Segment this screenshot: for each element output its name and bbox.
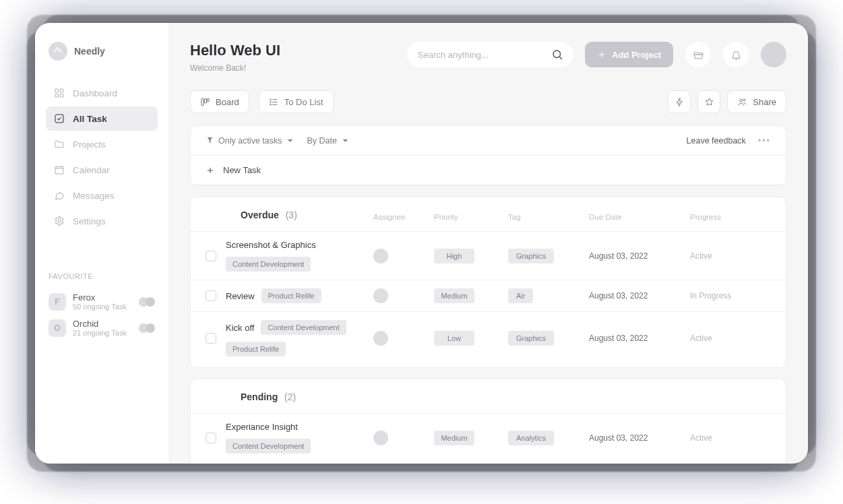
share-label: Share — [753, 97, 776, 107]
page-subtitle: Welcome Back! — [190, 63, 280, 73]
chat-icon — [54, 190, 65, 201]
favourite-badge: F — [49, 293, 66, 311]
sidebar-item-projects[interactable]: Projects — [46, 132, 158, 156]
col-due: Due Date — [589, 213, 690, 221]
due-date: August 03, 2022 — [589, 251, 690, 261]
share-button[interactable]: Share — [727, 90, 786, 113]
svg-point-15 — [743, 98, 745, 100]
checklist-icon — [54, 113, 65, 124]
assignee-avatar[interactable] — [373, 331, 388, 346]
filter-by-date[interactable]: By Date — [307, 136, 349, 146]
task-name: Kick off — [226, 323, 254, 333]
sidebar-item-calendar[interactable]: Calendar — [46, 158, 158, 182]
sidebar-item-messages[interactable]: Messages — [46, 183, 158, 208]
priority-chip: Medium — [434, 431, 474, 445]
favourite-item-orchid[interactable]: O Orchid 21 ongoing Task — [46, 315, 158, 341]
plus-icon — [597, 50, 606, 59]
due-date: August 03, 2022 — [589, 334, 690, 343]
more-menu-icon[interactable]: ••• — [758, 136, 771, 146]
user-avatar[interactable] — [761, 42, 786, 67]
view-todo-tab[interactable]: To Do List — [259, 90, 334, 113]
brand: Needly — [46, 42, 158, 61]
favourite-sub: 21 ongoing Task — [73, 329, 132, 337]
filter-by-date-label: By Date — [307, 136, 336, 146]
svg-rect-8 — [201, 98, 204, 105]
bolt-icon — [675, 97, 685, 107]
due-date: August 03, 2022 — [589, 433, 690, 443]
svg-rect-1 — [60, 89, 63, 92]
sidebar-item-settings[interactable]: Settings — [46, 209, 158, 233]
task-row[interactable]: Experiance InsightContent Development Me… — [191, 413, 786, 462]
filter-only-active-label: Only active tasks — [218, 136, 282, 146]
sidebar-item-label: Dashboard — [73, 88, 117, 98]
svg-rect-10 — [208, 98, 210, 101]
task-checkbox[interactable] — [206, 251, 216, 261]
tag-chip: Analytics — [508, 431, 554, 445]
board-icon — [200, 97, 210, 107]
svg-rect-3 — [60, 94, 63, 97]
group-title: Overdue — [241, 210, 279, 220]
new-task-button[interactable]: New Task — [191, 156, 786, 185]
sidebar-item-label: Projects — [73, 139, 106, 150]
task-panel: Only active tasks By Date Leave feedback… — [190, 125, 786, 186]
favourite-item-ferox[interactable]: F Ferox 50 ongoing Task — [46, 288, 158, 315]
task-row[interactable]: ReviewProduct Relife Medium Air August 0… — [191, 280, 786, 311]
task-checkbox[interactable] — [206, 433, 216, 443]
search-icon — [551, 49, 563, 61]
task-name: Review — [226, 291, 255, 301]
brand-logo-icon — [49, 42, 67, 61]
sidebar-item-label: Messages — [73, 191, 115, 201]
due-date: August 03, 2022 — [589, 291, 690, 301]
view-toolbar: Board To Do List Share — [190, 90, 786, 113]
assignee-avatar[interactable] — [373, 288, 388, 303]
new-task-label: New Task — [223, 165, 261, 175]
task-name: Screenshot & Graphics — [226, 240, 316, 250]
sidebar-item-dashboard[interactable]: Dashboard — [46, 81, 158, 105]
tag-chip: Graphics — [508, 249, 554, 263]
chevron-down-icon — [341, 136, 350, 145]
automations-button[interactable] — [668, 90, 691, 113]
task-checkbox[interactable] — [206, 333, 216, 344]
task-row[interactable]: Dashboard DesignDesign Urgent Design Aug… — [191, 462, 786, 464]
assignee-avatar[interactable] — [373, 431, 388, 445]
view-board-label: Board — [216, 97, 239, 107]
tag-chip: Graphics — [508, 331, 554, 346]
progress-label: In Progress — [690, 291, 771, 301]
favourite-badge: O — [49, 319, 66, 337]
task-row[interactable]: Kick offContent Development Product Reli… — [191, 311, 786, 365]
grid-icon — [54, 88, 65, 98]
filter-only-active[interactable]: Only active tasks — [206, 136, 294, 146]
avatar-stack-icon — [139, 297, 155, 307]
assignee-avatar[interactable] — [373, 249, 388, 263]
filters-bar: Only active tasks By Date Leave feedback… — [191, 126, 786, 156]
notifications-button[interactable] — [723, 42, 749, 67]
archive-button[interactable] — [685, 42, 711, 67]
sidebar-item-all-task[interactable]: All Task — [46, 106, 158, 131]
sidebar: Needly Dashboard All Task Projects Cal — [35, 23, 168, 464]
search-input-wrapper[interactable] — [407, 42, 573, 67]
task-checkbox[interactable] — [206, 290, 216, 301]
progress-label: Active — [690, 433, 771, 443]
task-name: Experiance Insight — [226, 422, 298, 432]
add-project-button[interactable]: Add Project — [585, 42, 673, 67]
view-board-tab[interactable]: Board — [190, 90, 249, 113]
star-icon — [704, 97, 714, 107]
svg-point-13 — [270, 104, 271, 105]
list-icon — [269, 97, 279, 107]
folder-open-icon — [693, 49, 704, 61]
favourite-button[interactable] — [697, 90, 720, 113]
svg-rect-2 — [55, 94, 59, 97]
plus-icon — [206, 166, 215, 175]
add-project-label: Add Project — [612, 50, 661, 60]
header: Hello Web UI Welcome Back! Add Project — [190, 42, 786, 73]
main: Hello Web UI Welcome Back! Add Project — [168, 23, 808, 464]
group-count: (2) — [282, 391, 296, 402]
group-title: Pending — [241, 391, 278, 402]
task-row[interactable]: Screenshot & GraphicsContent Development… — [191, 231, 786, 280]
task-group: Pending (2) Experiance InsightContent De… — [190, 379, 786, 464]
leave-feedback-link[interactable]: Leave feedback — [687, 136, 746, 146]
col-assignee: Assignee — [373, 213, 434, 221]
favourite-sub: 50 ongoing Task — [73, 303, 132, 311]
search-input[interactable] — [416, 49, 551, 61]
progress-label: Active — [690, 251, 771, 261]
